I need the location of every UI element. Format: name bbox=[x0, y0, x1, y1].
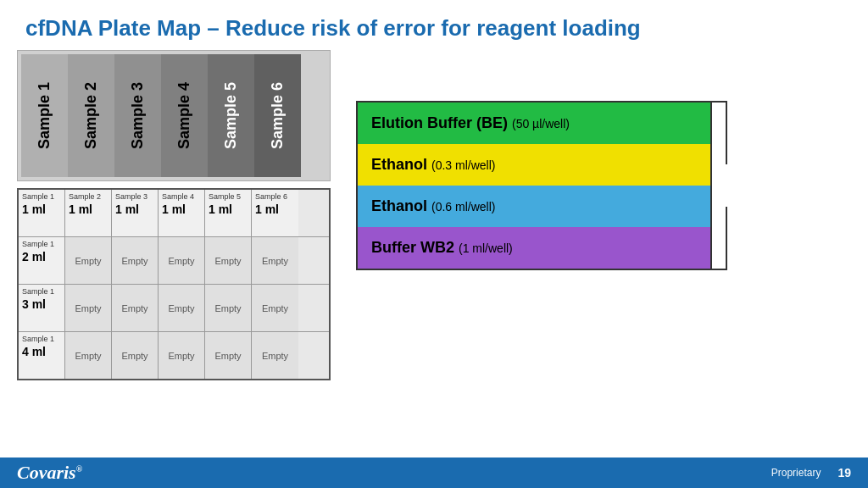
reagent-ethanol-06-sublabel: (0.6 ml/well) bbox=[431, 200, 495, 214]
content-area: Sample 1 Sample 2 Sample 3 Sample 4 Samp… bbox=[0, 50, 868, 380]
reagent-buffer-wb2: Buffer WB2 (1 ml/well) bbox=[358, 227, 710, 269]
rotated-cell-6: Sample 6 bbox=[254, 54, 301, 177]
rotated-label-3: Sample 3 bbox=[129, 82, 147, 149]
plate-cell-r2c2: Empty bbox=[65, 237, 112, 284]
plate-cell-r4c1: Sample 1 4 ml bbox=[19, 332, 65, 379]
bottom-bar: Covaris® Proprietary 19 bbox=[0, 458, 868, 488]
plate-cell-r4c2: Empty bbox=[65, 332, 112, 379]
reagent-ethanol-03-label: Ethanol bbox=[371, 156, 431, 173]
bracket-bottom-v bbox=[726, 207, 727, 270]
rotated-cell-4: Sample 4 bbox=[161, 54, 208, 177]
right-section: Elution Buffer (BE) (50 µl/well) Ethanol… bbox=[356, 101, 712, 270]
covaris-logo: Covaris® bbox=[17, 462, 82, 484]
reagent-elution-buffer: Elution Buffer (BE) (50 µl/well) bbox=[358, 103, 710, 144]
plate-cell-r1c1: Sample 1 1 ml bbox=[19, 190, 65, 236]
proprietary-label: Proprietary bbox=[771, 467, 821, 479]
reagent-buffer-wb2-label: Buffer WB2 bbox=[371, 239, 459, 256]
plate-cell-r3c5: Empty bbox=[205, 285, 252, 331]
plate-cell-r3c3: Empty bbox=[112, 285, 159, 331]
rotated-label-6: Sample 6 bbox=[269, 82, 287, 149]
rotated-label-2: Sample 2 bbox=[82, 82, 100, 149]
plate-row-4: Sample 1 4 ml Empty Empty Empty Empty Em… bbox=[19, 332, 329, 379]
reagent-elution-buffer-sublabel: (50 µl/well) bbox=[512, 117, 570, 130]
plate-row-3: Sample 1 3 ml Empty Empty Empty Empty Em… bbox=[19, 285, 329, 332]
reagent-ethanol-03: Ethanol (0.3 ml/well) bbox=[358, 144, 710, 186]
plate-cell-r1c3: Sample 3 1 ml bbox=[112, 190, 159, 236]
reagent-ethanol-06: Ethanol (0.6 ml/well) bbox=[358, 186, 710, 227]
rotated-cell-1: Sample 1 bbox=[21, 54, 68, 177]
plate-cell-r3c6: Empty bbox=[252, 285, 298, 331]
rotated-cell-3: Sample 3 bbox=[114, 54, 161, 177]
plate-cell-r2c6: Empty bbox=[252, 237, 298, 284]
rotated-label-5: Sample 5 bbox=[222, 82, 240, 149]
bottom-right: Proprietary 19 bbox=[771, 466, 851, 480]
plate-cell-r2c1: Sample 1 2 ml bbox=[19, 237, 65, 284]
plate-cell-r1c6: Sample 6 1 ml bbox=[252, 190, 298, 236]
rotated-label-1: Sample 1 bbox=[36, 82, 53, 149]
bracket-bottom-h bbox=[710, 269, 727, 270]
rotated-cell-2: Sample 2 bbox=[68, 54, 114, 177]
plate-row-2: Sample 1 2 ml Empty Empty Empty Empty Em… bbox=[19, 237, 329, 285]
plate-cell-r3c4: Empty bbox=[159, 285, 205, 331]
plate-cell-r4c3: Empty bbox=[112, 332, 159, 379]
left-section: Sample 1 Sample 2 Sample 3 Sample 4 Samp… bbox=[17, 50, 331, 380]
reagent-buffer-wb2-sublabel: (1 ml/well) bbox=[459, 241, 513, 255]
reagent-container: Elution Buffer (BE) (50 µl/well) Ethanol… bbox=[356, 101, 712, 270]
plate-grid: Sample 1 1 ml Sample 2 1 ml Sample 3 1 m… bbox=[17, 188, 331, 380]
plate-cell-r1c4: Sample 4 1 ml bbox=[159, 190, 205, 236]
page-number: 19 bbox=[837, 466, 851, 480]
reagent-wrapper: Elution Buffer (BE) (50 µl/well) Ethanol… bbox=[356, 101, 712, 270]
plate-cell-r4c4: Empty bbox=[159, 332, 205, 379]
page-title: cfDNA Plate Map – Reduce risk of error f… bbox=[0, 0, 868, 50]
reagent-elution-buffer-label: Elution Buffer (BE) bbox=[371, 114, 512, 131]
plate-cell-r4c5: Empty bbox=[205, 332, 252, 379]
bracket-top-h bbox=[710, 101, 727, 103]
plate-cell-r4c6: Empty bbox=[252, 332, 298, 379]
plate-cell-r3c1: Sample 1 3 ml bbox=[19, 285, 65, 331]
plate-row-1: Sample 1 1 ml Sample 2 1 ml Sample 3 1 m… bbox=[19, 190, 329, 237]
plate-cell-r1c5: Sample 5 1 ml bbox=[205, 190, 252, 236]
reagent-ethanol-06-label: Ethanol bbox=[371, 197, 431, 214]
plate-cell-r1c2: Sample 2 1 ml bbox=[65, 190, 112, 236]
plate-cell-r2c3: Empty bbox=[112, 237, 159, 284]
plate-cell-r2c5: Empty bbox=[205, 237, 252, 284]
rotated-labels-strip: Sample 1 Sample 2 Sample 3 Sample 4 Samp… bbox=[17, 50, 331, 181]
bracket-top-v bbox=[726, 101, 727, 164]
plate-cell-r3c2: Empty bbox=[65, 285, 112, 331]
plate-cell-r2c4: Empty bbox=[159, 237, 205, 284]
rotated-cell-5: Sample 5 bbox=[208, 54, 254, 177]
reagent-ethanol-03-sublabel: (0.3 ml/well) bbox=[431, 158, 495, 172]
rotated-label-4: Sample 4 bbox=[175, 82, 193, 149]
